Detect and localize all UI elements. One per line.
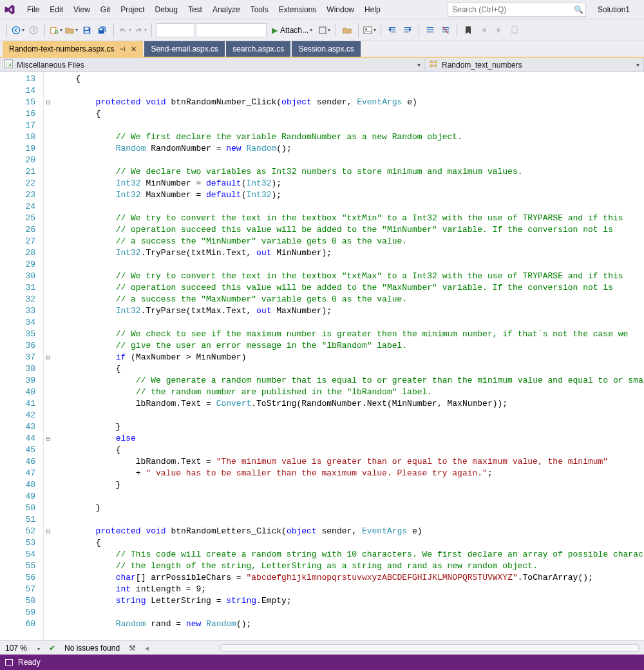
editor-status-strip: 107 % ✔ No issues found ⚒ ◂ — [0, 640, 644, 655]
doc-tab-label: Random-text-numbers.aspx.cs — [9, 44, 114, 53]
menu-test[interactable]: Test — [183, 3, 207, 17]
doc-tab[interactable]: Session.aspx.cs — [292, 41, 361, 57]
debug-target-button[interactable] — [317, 23, 332, 37]
clear-bookmarks-button[interactable] — [507, 23, 522, 37]
project-dropdown[interactable]: C# Miscellaneous Files ▾ — [0, 58, 425, 72]
zoom-level[interactable]: 107 % — [5, 644, 27, 653]
status-text: Ready — [18, 658, 41, 667]
doc-tab-label: Session.aspx.cs — [298, 44, 354, 53]
project-dropdown-label: Miscellaneous Files — [17, 61, 84, 70]
open-file-button[interactable] — [64, 23, 79, 37]
toolbar: ▶Attach... — [0, 19, 644, 41]
svg-rect-8 — [364, 26, 372, 34]
doc-tab-label: search.aspx.cs — [232, 44, 284, 53]
menu-debug[interactable]: Debug — [150, 3, 183, 17]
toolbar-image-button[interactable] — [363, 23, 377, 37]
line-number-gutter: 1314151617181920212223242526272829303132… — [0, 72, 44, 640]
solution-platform-combo[interactable] — [196, 23, 267, 37]
menu-view[interactable]: View — [68, 3, 95, 17]
menu-file[interactable]: File — [22, 3, 44, 17]
svg-text:C#: C# — [6, 62, 12, 68]
global-search-input[interactable] — [448, 5, 573, 14]
type-member-navbar: C# Miscellaneous Files ▾ Random_text_num… — [0, 58, 644, 72]
type-dropdown[interactable]: Random_text_numbers ▾ — [425, 58, 644, 72]
csharp-file-icon: C# — [4, 59, 13, 70]
attach-debugger-button[interactable]: ▶Attach... — [268, 23, 316, 37]
menu-window[interactable]: Window — [321, 3, 359, 17]
svg-point-1 — [30, 26, 37, 34]
svg-rect-14 — [430, 64, 433, 67]
horizontal-scrollbar[interactable] — [220, 644, 639, 652]
menu-git[interactable]: Git — [95, 3, 115, 17]
comment-button[interactable] — [423, 23, 437, 37]
uncomment-button[interactable] — [439, 23, 453, 37]
solution-config-combo[interactable] — [156, 23, 194, 37]
doc-tab-label: Send-email.aspx.cs — [151, 44, 218, 53]
solution-name[interactable]: Solution1 — [592, 3, 635, 17]
window-layout-icon[interactable] — [5, 659, 13, 665]
search-icon: 🔍 — [573, 5, 585, 14]
nav-back-button[interactable] — [11, 23, 25, 37]
menu-extensions[interactable]: Extensions — [274, 3, 322, 17]
global-search[interactable]: 🔍 — [448, 3, 586, 17]
class-icon — [429, 59, 438, 70]
indent-less-button[interactable] — [385, 23, 399, 37]
outlining-margin[interactable]: ⊟⊟⊟⊟ — [44, 72, 53, 640]
menu-help[interactable]: Help — [359, 3, 386, 17]
svg-rect-13 — [434, 61, 437, 63]
vs-logo-icon — [3, 3, 17, 17]
type-dropdown-label: Random_text_numbers — [442, 61, 522, 70]
zoom-dropdown-icon[interactable] — [36, 644, 40, 653]
chevron-down-icon: ▾ — [636, 61, 639, 68]
svg-point-0 — [12, 26, 19, 34]
redo-button[interactable] — [133, 23, 147, 37]
menu-bar: FileEditViewGitProjectDebugTestAnalyzeTo… — [0, 0, 644, 19]
svg-point-9 — [365, 28, 367, 30]
svg-rect-5 — [85, 30, 90, 33]
menu-analyze[interactable]: Analyze — [207, 3, 245, 17]
indent-more-button[interactable] — [401, 23, 415, 37]
svg-rect-4 — [85, 27, 89, 30]
doc-tab[interactable]: Random-text-numbers.aspx.cs⊣✕ — [3, 41, 143, 57]
status-bar: Ready — [0, 655, 644, 670]
doc-tab[interactable]: Send-email.aspx.cs — [144, 41, 225, 57]
document-tabs: Random-text-numbers.aspx.cs⊣✕Send-email.… — [0, 41, 644, 58]
save-button[interactable] — [80, 23, 94, 37]
prev-bookmark-button[interactable] — [477, 23, 491, 37]
issues-summary[interactable]: No issues found — [64, 644, 120, 653]
code-editor[interactable]: 1314151617181920212223242526272829303132… — [0, 72, 644, 640]
ok-icon: ✔ — [49, 644, 55, 653]
bookmark-button[interactable] — [461, 23, 475, 37]
svg-rect-7 — [319, 27, 326, 34]
close-icon[interactable]: ✕ — [131, 45, 137, 53]
code-text-area[interactable]: { protected void btnRandomNumber_Click(o… — [53, 72, 644, 640]
save-all-button[interactable] — [95, 23, 109, 37]
toolbar-folder-button[interactable] — [340, 23, 354, 37]
undo-button[interactable] — [118, 23, 132, 37]
svg-rect-15 — [434, 64, 437, 67]
pin-icon[interactable]: ⊣ — [119, 45, 126, 53]
menu-edit[interactable]: Edit — [44, 3, 68, 17]
svg-rect-6 — [100, 28, 102, 30]
svg-rect-12 — [430, 61, 433, 63]
menu-tools[interactable]: Tools — [245, 3, 274, 17]
doc-tab[interactable]: search.aspx.cs — [226, 41, 290, 57]
screwdriver-icon[interactable]: ⚒ — [129, 644, 136, 653]
menu-project[interactable]: Project — [115, 3, 149, 17]
next-bookmark-button[interactable] — [492, 23, 506, 37]
chevron-down-icon: ▾ — [417, 61, 421, 68]
nav-forward-button[interactable] — [26, 23, 41, 37]
new-item-button[interactable] — [49, 23, 63, 37]
